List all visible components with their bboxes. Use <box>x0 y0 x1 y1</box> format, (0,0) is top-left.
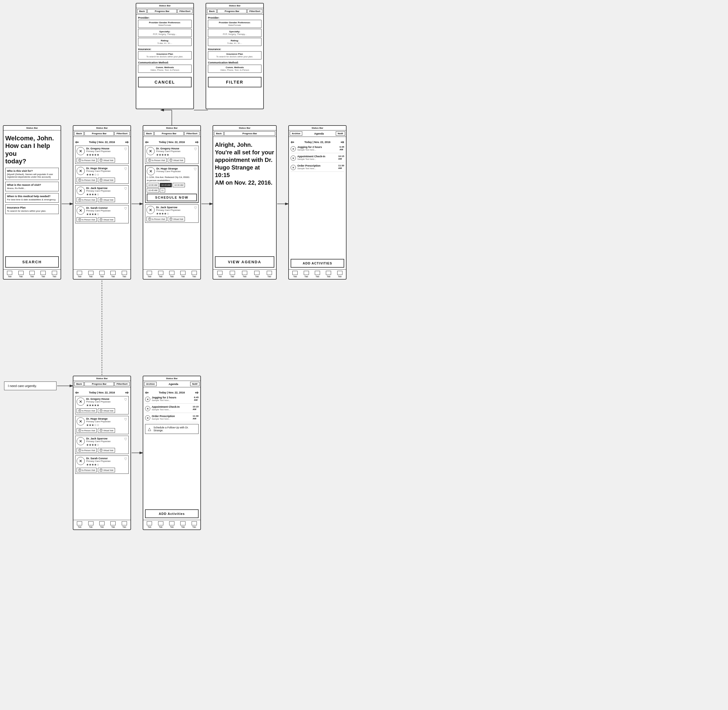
virtual-badge-1[interactable]: ✕ Virtual Visit <box>98 178 115 182</box>
bdl-heart-0[interactable]: ♡ <box>124 398 127 402</box>
bag-prev-date[interactable]: ⇦ <box>145 390 148 395</box>
comm-methods-box-2[interactable]: Comm. Methods Video, Phone, Text, In-Per… <box>208 65 261 73</box>
appt-tab-4[interactable]: Tab <box>180 271 185 278</box>
appt-doctor-card-1[interactable]: ✕ Dr. Hugo Strange Primary Care Physicia… <box>145 166 199 203</box>
ag-tab-5[interactable]: Tab <box>337 271 342 278</box>
doctor-list-back-btn[interactable]: Back <box>74 131 84 136</box>
filter-apply-back-btn[interactable]: Back <box>207 9 217 13</box>
conf-tab-3[interactable]: Tab <box>242 271 247 278</box>
doctor-heart-0[interactable]: ♡ <box>124 147 127 151</box>
insurance-block[interactable]: Insurance Plan To search for doctors wit… <box>5 204 59 214</box>
insurance-plan-box-2[interactable]: Insurance Plan To search for doctors wit… <box>208 51 261 59</box>
virtual-badge-0[interactable]: ✕ Virtual Visit <box>98 158 115 163</box>
agenda-prev-date[interactable]: ⇦ <box>291 140 294 144</box>
dl-tab-1[interactable]: Tab <box>77 271 82 278</box>
bdl-in-person-3[interactable]: ✕ In-Person Visit <box>76 468 97 472</box>
agenda-notif-btn[interactable]: Notif <box>336 131 345 136</box>
slot-1030[interactable]: 10:30 AM <box>173 183 185 187</box>
comm-methods-box[interactable]: Comm. Methods Video, Phone, Text, In-Per… <box>138 65 192 73</box>
in-person-badge-1[interactable]: ✕ In-Person Visit <box>76 178 97 182</box>
bag-tab-2[interactable]: Tab <box>158 521 163 528</box>
bag-item-1[interactable]: ✕ Appointment Check-In Sample Text here.… <box>145 405 199 413</box>
appt-doctor-card-0[interactable]: ✕ Dr. Gregory House Primary Care Physici… <box>145 145 199 164</box>
bdl-virtual-2[interactable]: ✕ Virtual Visit <box>98 448 115 453</box>
appt-tab-2[interactable]: Tab <box>158 271 163 278</box>
appt-progress-bar[interactable]: Progress Bar <box>154 131 184 136</box>
gender-preference-box[interactable]: Provider Gender Preference: Male/Female <box>138 20 192 28</box>
appt-tab-5[interactable]: Tab <box>192 271 197 278</box>
bdl-tab-4[interactable]: Tab <box>110 521 116 528</box>
appt-back-btn[interactable]: Back <box>144 131 154 136</box>
bdl-doctor-card-2[interactable]: ✕ Dr. Jack Sparrow Primary Care Physicia… <box>75 436 129 454</box>
doctor-card-3[interactable]: ✕ Dr. Sarah Connor Primary Care Physicia… <box>75 205 129 223</box>
dl-tab-3[interactable]: Tab <box>99 271 104 278</box>
bag-archive-btn[interactable]: Archive <box>144 382 157 386</box>
rating-box[interactable]: Rating: 5 star, 4+, 3+... <box>138 38 192 46</box>
bdl-virtual-0[interactable]: ✕ Virtual Visit <box>98 408 115 413</box>
specialty-box-2[interactable]: Specialty: PCP, Surgery, Therapy... <box>208 29 261 37</box>
bag-notif-btn[interactable]: Notif <box>190 382 200 386</box>
doctor-heart-2[interactable]: ♡ <box>124 187 127 191</box>
slot-1000[interactable]: 10:00 AM <box>147 183 159 187</box>
in-person-badge-0[interactable]: ✕ In-Person Visit <box>76 158 97 163</box>
conf-tab-2[interactable]: Tab <box>230 271 235 278</box>
doctor-list-progress-bar[interactable]: Progress Bar <box>84 131 114 136</box>
bag-tab-4[interactable]: Tab <box>180 521 185 528</box>
bdl-in-person-1[interactable]: ✕ In-Person Visit <box>76 428 97 433</box>
slot-1045[interactable]: 10:45 AM <box>147 188 159 192</box>
filter-cancel-filter-sort[interactable]: Filter/Sort <box>178 9 192 13</box>
appt-in-person-0[interactable]: ✕ In-Person Visit <box>147 158 167 163</box>
view-agenda-btn[interactable]: VIEW AGENDA <box>215 256 274 268</box>
appt-heart-1[interactable]: ♡ <box>194 167 197 171</box>
ag-tab-4[interactable]: Tab <box>326 271 331 278</box>
bdl-heart-1[interactable]: ♡ <box>124 417 127 421</box>
in-person-badge-3[interactable]: ✕ In-Person Visit <box>76 217 97 222</box>
slot-11[interactable]: 11 <box>160 188 165 192</box>
add-activities-btn[interactable]: ADD ACTIVITIES <box>291 259 344 268</box>
rating-box-2[interactable]: Rating: 5 star, 4+, 3+... <box>208 38 261 46</box>
doctor-card-2[interactable]: ✕ Dr. Jack Sparrow Primary Care Physicia… <box>75 185 129 204</box>
bdl-filter-sort[interactable]: Filter/Sort <box>114 382 129 386</box>
bdl-doctor-card-3[interactable]: ✕ Dr. Sarah Connor Primary Care Physicia… <box>75 455 129 474</box>
appt-doctor-card-2[interactable]: ✕ Dr. Jack Sparrow Primary Care Physicia… <box>145 204 199 223</box>
tab-4[interactable]: Tab <box>41 271 46 278</box>
doctor-heart-3[interactable]: ♡ <box>124 207 127 211</box>
agenda-next-date[interactable]: ⇨ <box>341 140 344 144</box>
bdl-in-person-2[interactable]: ✕ In-Person Visit <box>76 448 97 453</box>
bdl-heart-2[interactable]: ♡ <box>124 437 127 441</box>
agenda-item-2[interactable]: ✕ Order Prescription Sample Text here...… <box>291 164 344 172</box>
dl-tab-2[interactable]: Tab <box>88 271 94 278</box>
ag-tab-1[interactable]: Tab <box>292 271 298 278</box>
bdl-prev-date[interactable]: ⇦ <box>75 390 79 395</box>
virtual-badge-2[interactable]: ✕ Virtual Visit <box>98 197 115 202</box>
doctor-card-1[interactable]: ✕ Dr. Hugo Strange Primary Care Physicia… <box>75 166 129 184</box>
dl-tab-4[interactable]: Tab <box>110 271 116 278</box>
bdl-next-date[interactable]: ⇨ <box>125 390 129 395</box>
bdl-virtual-1[interactable]: ✕ Virtual Visit <box>98 428 115 433</box>
tab-5[interactable]: Tab <box>52 271 57 278</box>
bag-next-date[interactable]: ⇨ <box>195 390 199 395</box>
ag-tab-2[interactable]: Tab <box>304 271 309 278</box>
bag-tab-1[interactable]: Tab <box>147 521 152 528</box>
bdl-back-btn[interactable]: Back <box>74 382 84 386</box>
confirm-back-btn[interactable]: Back <box>214 131 224 136</box>
appt-heart-0[interactable]: ♡ <box>194 147 197 151</box>
dl-tab-5[interactable]: Tab <box>122 271 127 278</box>
who-visit-block[interactable]: Who is this visit for? [Myself (Default)… <box>5 168 59 180</box>
bdl-in-person-0[interactable]: ✕ In-Person Visit <box>76 408 97 413</box>
search-btn[interactable]: SEARCH <box>5 256 59 268</box>
appt-virtual-0[interactable]: ✕ Virtual Visit <box>168 158 185 163</box>
slot-1015[interactable]: 10:15 AM <box>160 183 172 187</box>
virtual-badge-3[interactable]: ✕ Virtual Visit <box>98 217 115 222</box>
conf-tab-1[interactable]: Tab <box>217 271 223 278</box>
agenda-item-0[interactable]: ✕ Jogging for 2 hours Sample Text here..… <box>291 145 344 153</box>
appt-in-person-2[interactable]: ✕ In-Person Visit <box>147 217 167 222</box>
insurance-plan-box[interactable]: Insurance Plan To search for doctors wit… <box>138 51 192 59</box>
schedule-now-btn[interactable]: SCHEDULE NOW <box>147 194 197 201</box>
doctor-list-filter-sort[interactable]: Filter/Sort <box>114 131 129 136</box>
tab-3[interactable]: Tab <box>29 271 35 278</box>
appt-heart-2[interactable]: ♡ <box>194 206 197 210</box>
doctor-heart-1[interactable]: ♡ <box>124 167 127 171</box>
doctor-card-0[interactable]: ✕ Dr. Gregory House Primary Care Physici… <box>75 145 129 164</box>
prev-date-btn[interactable]: ⇦ <box>75 140 79 144</box>
